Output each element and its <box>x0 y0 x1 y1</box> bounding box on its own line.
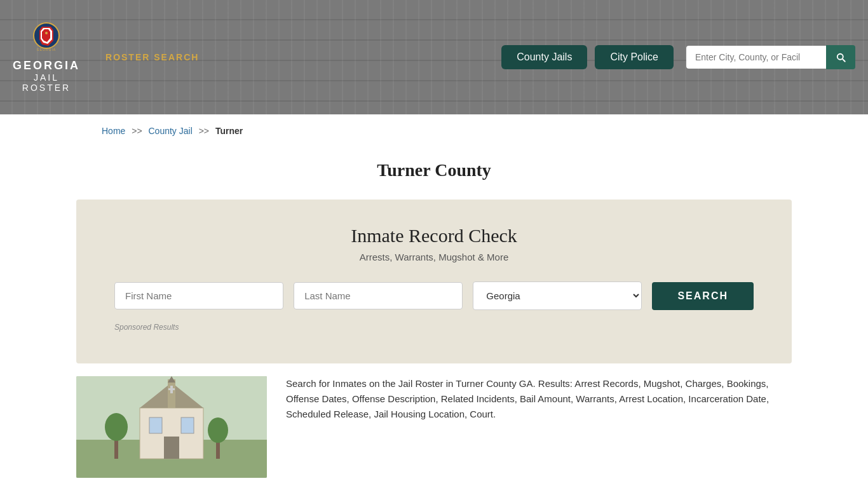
svg-rect-13 <box>168 388 175 390</box>
site-logo[interactable]: GEORGIA GEORGIA JAIL ROSTER <box>13 22 80 93</box>
logo-jail-text: JAIL <box>34 72 59 83</box>
inmate-box-title: Inmate Record Check <box>114 225 754 247</box>
logo-roster-text: ROSTER <box>22 83 71 93</box>
breadcrumb: Home >> County Jail >> Turner <box>102 126 766 136</box>
search-icon <box>835 51 846 63</box>
breadcrumb-current: Turner <box>215 126 243 136</box>
county-image <box>76 376 267 478</box>
svg-rect-15 <box>181 417 194 433</box>
bottom-description: Search for Inmates on the Jail Roster in… <box>286 376 792 478</box>
georgia-seal-icon: GEORGIA <box>31 22 62 57</box>
county-building-icon <box>76 376 267 478</box>
city-police-button[interactable]: City Police <box>595 45 674 69</box>
svg-rect-14 <box>149 417 162 433</box>
inmate-box-subtitle: Arrests, Warrants, Mugshot & More <box>114 252 754 262</box>
inmate-search-form: Georgia SEARCH <box>114 281 754 310</box>
inmate-record-check-box: Inmate Record Check Arrests, Warrants, M… <box>76 200 792 363</box>
bottom-section: Search for Inmates on the Jail Roster in… <box>0 363 868 488</box>
breadcrumb-sep-1: >> <box>132 126 142 136</box>
page-title-area: Turner County <box>0 147 868 200</box>
last-name-input[interactable] <box>294 282 463 309</box>
svg-point-20 <box>208 417 228 443</box>
svg-text:GEORGIA: GEORGIA <box>37 48 56 51</box>
header-search-input[interactable] <box>686 46 826 69</box>
breadcrumb-area: Home >> County Jail >> Turner <box>0 114 868 147</box>
roster-search-link[interactable]: ROSTER SEARCH <box>105 52 199 62</box>
svg-point-18 <box>105 413 128 441</box>
nav-area: ROSTER SEARCH County Jails City Police <box>105 45 855 69</box>
header-search-button[interactable] <box>826 45 855 69</box>
breadcrumb-home[interactable]: Home <box>102 126 125 136</box>
site-header: GEORGIA GEORGIA JAIL ROSTER ROSTER SEARC… <box>0 0 868 114</box>
page-title: Turner County <box>0 160 868 180</box>
svg-point-4 <box>45 32 48 34</box>
nav-buttons: County Jails City Police <box>501 45 674 69</box>
inmate-search-button[interactable]: SEARCH <box>652 282 754 310</box>
header-search-bar <box>686 45 855 69</box>
breadcrumb-sep-2: >> <box>199 126 209 136</box>
state-select[interactable]: Georgia <box>473 281 642 310</box>
svg-rect-16 <box>164 437 179 459</box>
first-name-input[interactable] <box>114 282 283 309</box>
svg-rect-10 <box>168 379 175 408</box>
sponsored-results-label: Sponsored Results <box>114 323 754 332</box>
breadcrumb-county-jail[interactable]: County Jail <box>149 126 193 136</box>
logo-georgia-text: GEORGIA <box>13 59 80 73</box>
county-jails-button[interactable]: County Jails <box>501 45 587 69</box>
